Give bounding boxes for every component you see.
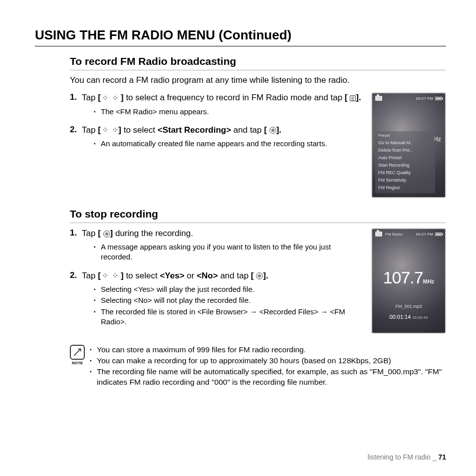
preset-hdr: Preset <box>375 133 435 139</box>
t: [ <box>98 125 103 135</box>
t: ] <box>118 93 123 102</box>
t: Tap <box>82 229 98 238</box>
note-icon <box>70 345 85 360</box>
t: or <box>185 271 197 280</box>
menu-item: FM REC Quality <box>375 169 435 176</box>
t: to select a frequency to record in FM Ra… <box>124 93 345 102</box>
step-num: 2. <box>70 125 82 155</box>
footer-text: listening to FM radio _ <box>368 453 439 461</box>
step-num: 2. <box>70 270 82 333</box>
battery-icon <box>435 97 442 100</box>
t: <Start Recording> <box>158 125 231 135</box>
t: to select <box>124 271 160 280</box>
section-record-heading: To record FM Radio broadcasting <box>70 55 446 70</box>
menu-item: FM Region <box>375 184 435 191</box>
select-icon <box>103 231 110 238</box>
remaining: 28:00:49 <box>412 315 428 320</box>
t: [ <box>98 93 103 102</box>
menu-item: FM Sensitivity <box>375 176 435 184</box>
device-time: 04:27 PM <box>416 96 433 101</box>
t: [ <box>264 125 269 135</box>
step-num: 1. <box>70 228 82 268</box>
note-item: The recording file name will be automati… <box>90 367 446 388</box>
t: to select <box>121 125 158 135</box>
elapsed: 00:01:14 <box>389 314 411 320</box>
s1-step1: 1. Tap [ ] to select a frequency to reco… <box>70 92 361 123</box>
device-time: 04:27 PM <box>416 232 433 237</box>
camera-icon <box>375 96 382 101</box>
page-title: USING THE FM RADIO MENU (Continued) <box>35 27 446 46</box>
section-stop-heading: To stop recording <box>70 208 446 223</box>
s2-step1: 1. Tap [ ] during the recording. A messa… <box>70 228 361 268</box>
up-down-dots-icon <box>103 125 119 136</box>
menu-item: Go to Manual M.. <box>375 139 435 146</box>
t: [ <box>345 93 350 102</box>
bullet: The recorded file is stored in <File Bro… <box>94 307 361 327</box>
frequency-unit: MHz <box>423 278 435 284</box>
t: <No> <box>197 271 218 280</box>
t: during the recording. <box>113 229 193 238</box>
note-item: You can store a maximum of 999 files for… <box>90 345 446 355</box>
left-right-dots-icon <box>103 270 119 281</box>
t: ]. <box>276 125 281 135</box>
s2-step2: 2. Tap [ ] to select <Yes> or <No> and t… <box>70 270 361 333</box>
bullet: A message appears asking you if you want… <box>94 242 361 262</box>
recording-filename: FM_001.mp3 <box>372 304 445 309</box>
t: [ <box>98 229 103 238</box>
left-right-dots-icon <box>103 92 119 103</box>
preset-menu: Preset Go to Manual M.. Delete from Pre.… <box>375 131 435 193</box>
t: [ <box>251 271 256 280</box>
menu-item: Start Recording <box>375 161 435 169</box>
device-screenshot-preset-menu: 04:27 PM Hz Preset Go to Manual M.. Dele… <box>371 92 446 198</box>
bullet: The <FM Radio> menu appears. <box>94 107 361 117</box>
bullet: An automatically created file name appea… <box>94 139 361 149</box>
t: ]. <box>263 271 268 280</box>
t: ]. <box>356 93 361 102</box>
battery-icon <box>435 233 442 236</box>
recording-timer: 00:01:14 28:00:49 <box>372 314 445 320</box>
bullet: Selecting <Yes> will play the just recor… <box>94 284 361 294</box>
t: <Yes> <box>160 271 184 280</box>
menu-item: Delete from Pre.. <box>375 146 435 154</box>
page-number: 71 <box>438 453 446 461</box>
s1-step2: 2. Tap [ ] to select <Start Recording> a… <box>70 125 361 155</box>
note-block: NOTE You can store a maximum of 999 file… <box>70 345 446 388</box>
menu-item: Auto Preset <box>375 154 435 161</box>
bullet: Selecting <No> will not play the recorde… <box>94 295 361 305</box>
select-icon <box>256 272 263 279</box>
t: Tap <box>82 271 98 280</box>
device-title: FM Radio <box>385 232 403 237</box>
t: and tap <box>231 125 264 135</box>
t: Tap <box>82 93 98 102</box>
t: [ <box>98 271 103 280</box>
frequency: 107.7 <box>383 268 423 287</box>
t: Tap <box>82 125 98 135</box>
section1-intro: You can record a FM radio program at any… <box>70 75 446 85</box>
page-footer: listening to FM radio _ 71 <box>368 453 446 461</box>
menu-icon <box>350 95 356 101</box>
t: and tap <box>218 271 251 280</box>
camera-icon <box>375 232 382 237</box>
select-icon <box>269 127 276 134</box>
note-label: NOTE <box>72 361 83 365</box>
device-screenshot-recording: FM Radio 04:27 PM 107.7MHz FM_001.mp3 00… <box>371 228 446 334</box>
note-item: You can make a recording for up to appro… <box>90 356 446 366</box>
step-num: 1. <box>70 92 82 123</box>
t: ] <box>118 271 123 280</box>
